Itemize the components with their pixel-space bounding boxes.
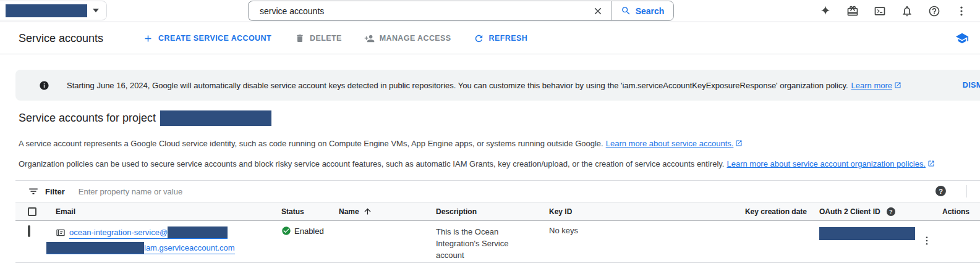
email-domain-redacted [168,227,228,238]
intro-paragraph: A service account represents a Google Cl… [19,139,743,148]
select-all-checkbox[interactable] [28,207,36,216]
more-vert-icon[interactable] [955,5,968,17]
banner-message: Starting June 16, 2024, Google will auto… [67,81,901,90]
help-icon[interactable] [928,5,940,17]
manage-access-button[interactable]: MANAGE ACCESS [364,33,451,44]
page-title: Service accounts [19,32,103,45]
external-link-icon [894,81,901,89]
table-row: ocean-integration-service@ iam.gservicea… [15,221,980,263]
filter-help-icon[interactable]: ? [935,186,946,196]
gift-icon[interactable] [846,5,859,17]
project-selector[interactable] [0,1,107,20]
key-creation-date-cell [733,221,807,226]
notice-banner: Starting June 16, 2024, Google will auto… [15,70,980,101]
project-name-redacted [6,4,87,17]
clear-search-icon[interactable] [592,6,603,17]
check-circle-icon [281,226,291,236]
service-account-email-link[interactable]: ocean-integration-service@ [69,227,228,239]
column-header-email[interactable]: Email [43,207,269,216]
column-header-key-id[interactable]: Key ID [537,207,733,216]
cloud-shell-icon[interactable] [874,5,886,17]
email-domain-redacted [46,242,144,254]
person-add-icon [364,33,375,44]
filter-bar: Filter ? [15,181,980,202]
search-button-label: Search [636,6,665,16]
filter-input[interactable] [77,186,980,197]
topbar-icons [819,0,968,22]
external-link-icon [735,139,743,147]
name-cell [326,221,424,226]
oauth-client-id-cell [807,221,921,242]
notifications-icon[interactable] [901,5,913,17]
column-header-key-creation-date[interactable]: Key creation date [733,207,807,216]
actions-cell [921,221,980,246]
add-icon [143,33,153,44]
status-cell: Enabled [269,221,326,236]
refresh-icon [474,33,484,44]
section-heading: Service accounts for project [19,110,271,126]
sort-ascending-icon [363,207,372,216]
org-policy-paragraph: Organization policies can be used to sec… [19,159,935,168]
column-header-description[interactable]: Description [424,207,537,216]
search-box[interactable] [248,1,611,21]
service-account-key-icon [56,228,66,238]
delete-button[interactable]: DELETE [295,33,342,43]
search-icon [621,6,631,16]
service-account-email-link-continued[interactable]: iam.gserviceaccount.com [46,242,235,254]
trash-icon [295,33,305,43]
project-id-redacted [160,110,271,126]
divider [966,185,967,197]
email-cell: ocean-integration-service@ iam.gservicea… [43,221,269,256]
graduation-cap-icon[interactable] [955,31,969,45]
row-actions-menu-icon[interactable] [921,235,980,246]
description-cell: This is the Ocean Integration's Service … [424,221,537,261]
column-header-oauth-client-id[interactable]: OAuth 2 Client ID ? [807,207,921,216]
search-bar: Search [248,1,674,21]
chevron-down-icon [93,9,99,12]
learn-more-org-policies-link[interactable]: Learn more about service account organiz… [726,159,926,168]
search-button[interactable]: Search [611,1,674,21]
banner-learn-more-link[interactable]: Learn more [851,81,892,90]
table-header-row: Email Status Name Description Key ID Key… [15,202,980,221]
refresh-button[interactable]: REFRESH [474,33,528,44]
filter-label: Filter [45,187,65,196]
page-toolbar: Service accounts CREATE SERVICE ACCOUNT … [0,23,980,54]
info-icon [39,80,49,91]
search-input[interactable] [258,6,592,17]
status-label: Enabled [294,227,324,236]
column-header-status[interactable]: Status [269,207,326,216]
top-bar: Search [0,0,980,22]
oauth-client-id-redacted [819,227,915,240]
column-header-actions: Actions [921,207,980,216]
row-checkbox[interactable] [28,225,30,237]
create-service-account-button[interactable]: CREATE SERVICE ACCOUNT [143,33,271,44]
column-header-name[interactable]: Name [326,207,424,216]
key-id-cell: No keys [537,221,733,235]
filter-icon [28,186,39,197]
gemini-icon[interactable] [819,5,832,17]
service-accounts-table: Filter ? Email Status Name Description K… [15,180,980,263]
dismiss-button[interactable]: DISMISS [963,81,980,89]
learn-more-service-accounts-link[interactable]: Learn more about service accounts. [606,139,734,148]
oauth-help-icon[interactable]: ? [887,207,895,216]
external-link-icon [927,160,935,167]
